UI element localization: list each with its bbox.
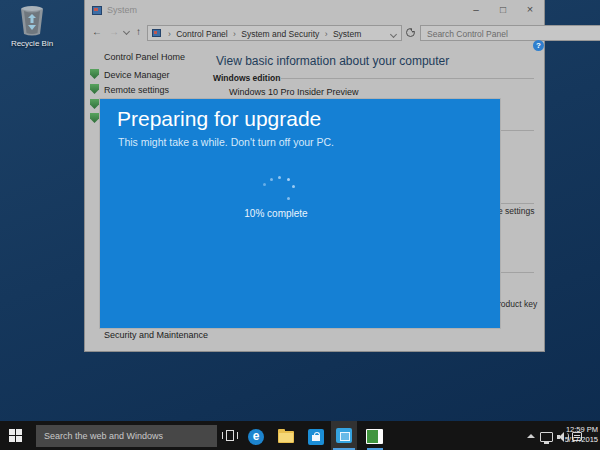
store-icon[interactable] (308, 429, 324, 445)
desktop: Recycle Bin System – □ × ← → ↑ › Control… (0, 0, 600, 450)
section-divider (281, 78, 534, 79)
breadcrumb-system[interactable]: System (333, 29, 361, 39)
tray-time: 12:59 PM (552, 425, 598, 435)
breadcrumb-separator: › (233, 29, 236, 39)
file-explorer-icon[interactable] (278, 431, 294, 443)
photo-app-icon[interactable] (366, 429, 383, 444)
tray-date: 5/17/2015 (552, 435, 598, 445)
window-title: System (107, 5, 137, 15)
breadcrumb-system-and-security[interactable]: System and Security (241, 29, 319, 39)
active-app-button[interactable] (331, 421, 357, 450)
shield-icon (90, 69, 99, 79)
address-bar[interactable]: › Control Panel › System and Security › … (147, 25, 402, 41)
sidebar-item-remote-settings[interactable]: Remote settings (104, 85, 169, 95)
section-divider (501, 203, 534, 204)
sidebar-item-device-manager[interactable]: Device Manager (104, 70, 170, 80)
address-dropdown-chevron-icon[interactable] (390, 31, 397, 38)
refresh-icon[interactable] (406, 28, 415, 37)
start-button[interactable] (9, 429, 22, 442)
recycle-bin-icon (18, 5, 46, 37)
section-divider (501, 130, 534, 131)
titlebar[interactable]: System – □ × (85, 0, 544, 22)
progress-percent-label: 10% complete (216, 208, 336, 219)
navigation-bar: ← → ↑ › Control Panel › System and Secur… (85, 22, 544, 44)
edge-browser-icon[interactable]: e (248, 429, 264, 445)
task-view-icon[interactable] (222, 430, 238, 442)
sidebar-item-control-panel-home[interactable]: Control Panel Home (104, 52, 185, 62)
tray-expand-caret-icon[interactable] (527, 434, 535, 438)
upgrade-overlay: Preparing for upgrade This might take a … (100, 99, 500, 328)
shield-icon (90, 113, 99, 123)
breadcrumb-control-panel[interactable]: Control Panel (176, 29, 228, 39)
search-placeholder: Search Control Panel (427, 29, 508, 39)
recent-pages-chevron-icon[interactable] (123, 28, 130, 35)
windows-edition-section-title: Windows edition (213, 73, 280, 83)
forward-icon[interactable]: → (109, 26, 119, 37)
taskbar-search-placeholder: Search the web and Windows (44, 431, 163, 441)
active-app-icon (336, 428, 352, 443)
shield-icon (90, 99, 99, 109)
security-and-maintenance-link[interactable]: Security and Maintenance (104, 330, 208, 340)
section-divider (501, 272, 534, 273)
control-panel-icon (152, 29, 161, 37)
breadcrumb: › Control Panel › System and Security › … (165, 29, 361, 39)
breadcrumb-separator: › (168, 29, 171, 39)
breadcrumb-separator: › (325, 29, 328, 39)
change-product-key-link-fragment[interactable]: roduct key (498, 299, 537, 309)
maximize-button[interactable]: □ (495, 2, 511, 17)
up-icon[interactable]: ↑ (136, 26, 141, 37)
close-button[interactable]: × (522, 2, 538, 17)
page-title: View basic information about your comput… (216, 54, 449, 68)
recycle-bin-label: Recycle Bin (4, 39, 60, 48)
help-icon[interactable]: ? (533, 40, 544, 51)
control-panel-search-input[interactable]: Search Control Panel (420, 25, 600, 41)
recycle-bin-shortcut[interactable]: Recycle Bin (4, 5, 60, 48)
minimize-button[interactable]: – (468, 2, 484, 17)
change-settings-link-fragment[interactable]: e settings (498, 206, 534, 216)
back-icon[interactable]: ← (92, 26, 102, 37)
taskbar-search-input[interactable]: Search the web and Windows (36, 425, 217, 447)
windows-edition-value: Windows 10 Pro Insider Preview (229, 87, 359, 97)
system-app-icon (92, 6, 102, 15)
shield-icon (90, 84, 99, 94)
tray-clock[interactable]: 12:59 PM 5/17/2015 (552, 425, 598, 445)
taskbar: Search the web and Windows e 12:59 PM 5/… (0, 421, 600, 450)
